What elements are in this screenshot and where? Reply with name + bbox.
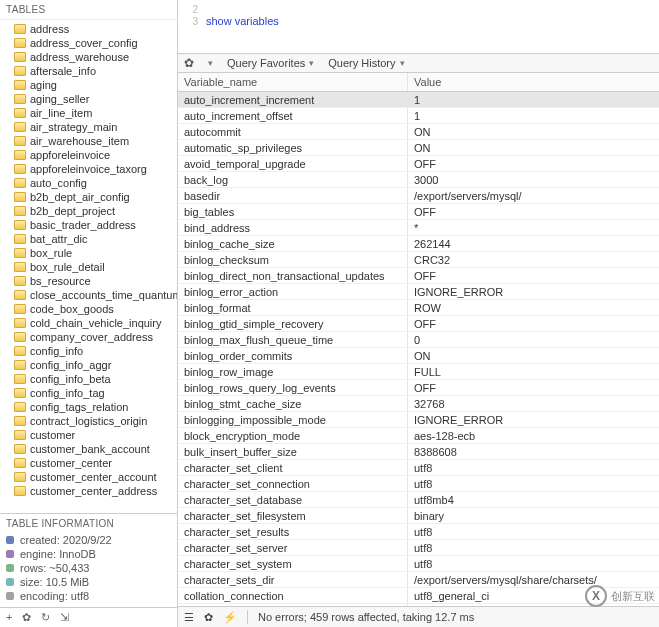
query-favorites-dropdown[interactable]: Query Favorites▾ (227, 57, 314, 69)
variable-row[interactable]: block_encryption_modeaes-128-ecb (178, 428, 659, 444)
table-label: customer_center_address (30, 485, 157, 497)
variable-row[interactable]: auto_increment_increment1 (178, 92, 659, 108)
add-button[interactable]: + (6, 611, 12, 624)
variable-row[interactable]: basedir/export/servers/mysql/ (178, 188, 659, 204)
table-item[interactable]: cold_chain_vehicle_inquiry (0, 316, 177, 330)
column-header-name[interactable]: Variable_name (178, 73, 408, 91)
variable-value: utf8_general_ci (408, 588, 659, 603)
table-label: address_warehouse (30, 51, 129, 63)
table-list[interactable]: addressaddress_cover_configaddress_wareh… (0, 20, 177, 513)
variable-value: FULL (408, 364, 659, 379)
variable-name: character_set_connection (178, 476, 408, 491)
menu-icon[interactable]: ☰ (184, 611, 194, 624)
table-item[interactable]: box_rule_detail (0, 260, 177, 274)
variable-row[interactable]: binlog_stmt_cache_size32768 (178, 396, 659, 412)
variable-row[interactable]: character_sets_dir/export/servers/mysql/… (178, 572, 659, 588)
table-item[interactable]: auto_config (0, 176, 177, 190)
variable-row[interactable]: binlog_gtid_simple_recoveryOFF (178, 316, 659, 332)
variable-name: binlog_stmt_cache_size (178, 396, 408, 411)
export-button[interactable]: ⇲ (60, 611, 69, 624)
table-item[interactable]: address (0, 22, 177, 36)
variable-name: binlog_cache_size (178, 236, 408, 251)
table-info-row: rows: ~50,433 (6, 561, 171, 575)
table-icon (14, 332, 26, 342)
variable-row[interactable]: big_tablesOFF (178, 204, 659, 220)
zap-icon[interactable]: ⚡ (223, 611, 237, 624)
table-item[interactable]: air_strategy_main (0, 120, 177, 134)
table-icon (14, 388, 26, 398)
variable-row[interactable]: bind_address* (178, 220, 659, 236)
sql-editor[interactable]: 2 3show variables (178, 0, 659, 54)
table-item[interactable]: b2b_dept_air_config (0, 190, 177, 204)
table-item[interactable]: company_cover_address (0, 330, 177, 344)
variable-row[interactable]: binlog_direct_non_transactional_updatesO… (178, 268, 659, 284)
variable-row[interactable]: character_set_clientutf8 (178, 460, 659, 476)
variable-name: collation_connection (178, 588, 408, 603)
variable-row[interactable]: binlogging_impossible_modeIGNORE_ERROR (178, 412, 659, 428)
variable-name: autocommit (178, 124, 408, 139)
table-item[interactable]: box_rule (0, 246, 177, 260)
table-item[interactable]: contract_logistics_origin (0, 414, 177, 428)
table-item[interactable]: customer_bank_account (0, 442, 177, 456)
variable-row[interactable]: character_set_serverutf8 (178, 540, 659, 556)
variable-row[interactable]: binlog_formatROW (178, 300, 659, 316)
table-item[interactable]: config_tags_relation (0, 400, 177, 414)
results-grid[interactable]: auto_increment_increment1auto_increment_… (178, 92, 659, 606)
table-item[interactable]: basic_trader_address (0, 218, 177, 232)
settings-icon[interactable]: ✿ (184, 56, 194, 70)
table-item[interactable]: customer (0, 428, 177, 442)
variable-row[interactable]: character_set_resultsutf8 (178, 524, 659, 540)
table-item[interactable]: config_info_beta (0, 372, 177, 386)
variable-row[interactable]: bulk_insert_buffer_size8388608 (178, 444, 659, 460)
variable-row[interactable]: collation_connectionutf8_general_ci (178, 588, 659, 604)
variable-row[interactable]: binlog_row_imageFULL (178, 364, 659, 380)
table-item[interactable]: customer_center_address (0, 484, 177, 498)
table-item[interactable]: close_accounts_time_quantum (0, 288, 177, 302)
variable-row[interactable]: character_set_filesystembinary (178, 508, 659, 524)
table-item[interactable]: air_line_item (0, 106, 177, 120)
query-history-dropdown[interactable]: Query History▾ (328, 57, 404, 69)
table-item[interactable]: address_warehouse (0, 50, 177, 64)
table-item[interactable]: aging_seller (0, 92, 177, 106)
variable-row[interactable]: character_set_systemutf8 (178, 556, 659, 572)
variable-value: utf8 (408, 460, 659, 475)
table-item[interactable]: code_box_goods (0, 302, 177, 316)
gear-icon[interactable]: ✿ (204, 611, 213, 624)
variable-value: CRC32 (408, 252, 659, 267)
table-item[interactable]: address_cover_config (0, 36, 177, 50)
variable-row[interactable]: binlog_error_actionIGNORE_ERROR (178, 284, 659, 300)
variable-name: character_set_results (178, 524, 408, 539)
variable-row[interactable]: auto_increment_offset1 (178, 108, 659, 124)
table-item[interactable]: customer_center_account (0, 470, 177, 484)
table-item[interactable]: b2b_dept_project (0, 204, 177, 218)
variable-row[interactable]: automatic_sp_privilegesON (178, 140, 659, 156)
variable-row[interactable]: autocommitON (178, 124, 659, 140)
variable-row[interactable]: binlog_cache_size262144 (178, 236, 659, 252)
variable-row[interactable]: binlog_rows_query_log_eventsOFF (178, 380, 659, 396)
variable-row[interactable]: back_log3000 (178, 172, 659, 188)
chevron-down-icon[interactable]: ▾ (208, 58, 213, 68)
column-header-value[interactable]: Value (408, 73, 659, 91)
variable-row[interactable]: character_set_connectionutf8 (178, 476, 659, 492)
refresh-button[interactable]: ↻ (41, 611, 50, 624)
table-item[interactable]: appforeleinvoice (0, 148, 177, 162)
table-item[interactable]: air_warehouse_item (0, 134, 177, 148)
table-item[interactable]: config_info_tag (0, 386, 177, 400)
variable-value: 0 (408, 332, 659, 347)
table-item[interactable]: aftersale_info (0, 64, 177, 78)
variable-value: 1 (408, 92, 659, 107)
table-item[interactable]: bs_resource (0, 274, 177, 288)
variable-row[interactable]: binlog_max_flush_queue_time0 (178, 332, 659, 348)
table-item[interactable]: appforeleinvoice_taxorg (0, 162, 177, 176)
gear-button[interactable]: ✿ (22, 611, 31, 624)
table-icon (14, 94, 26, 104)
table-item[interactable]: config_info (0, 344, 177, 358)
table-item[interactable]: bat_attr_dic (0, 232, 177, 246)
table-item[interactable]: aging (0, 78, 177, 92)
table-item[interactable]: customer_center (0, 456, 177, 470)
table-item[interactable]: config_info_aggr (0, 358, 177, 372)
variable-row[interactable]: binlog_order_commitsON (178, 348, 659, 364)
variable-row[interactable]: avoid_temporal_upgradeOFF (178, 156, 659, 172)
variable-row[interactable]: character_set_databaseutf8mb4 (178, 492, 659, 508)
variable-row[interactable]: binlog_checksumCRC32 (178, 252, 659, 268)
